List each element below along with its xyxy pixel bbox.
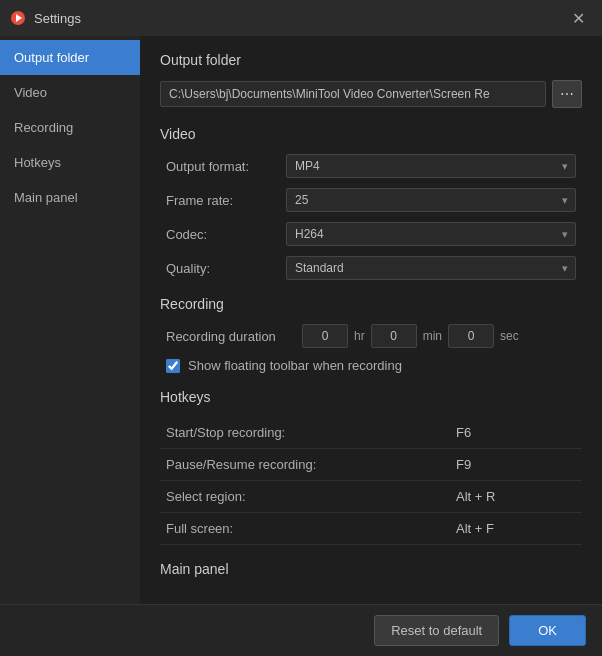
close-button[interactable]: ✕ (564, 4, 592, 32)
output-format-row: Output format: MP4 AVI MKV (160, 154, 582, 178)
toolbar-checkbox-row: Show floating toolbar when recording (160, 358, 582, 373)
frame-rate-select-wrapper: 25 30 60 (286, 188, 576, 212)
reset-button[interactable]: Reset to default (374, 615, 499, 646)
toolbar-checkbox[interactable] (166, 359, 180, 373)
browse-icon: ⋯ (560, 86, 574, 102)
folder-path: C:\Users\bj\Documents\MiniTool Video Con… (160, 81, 546, 107)
content-area: Output folder C:\Users\bj\Documents\Mini… (140, 36, 602, 604)
hotkey-start-stop-row: Start/Stop recording: F6 (160, 417, 582, 449)
duration-hr-input[interactable] (302, 324, 348, 348)
sec-unit: sec (500, 329, 519, 343)
duration-label: Recording duration (166, 329, 296, 344)
recording-section: Recording Recording duration hr min sec … (160, 296, 582, 373)
hotkey-pause-resume-row: Pause/Resume recording: F9 (160, 449, 582, 481)
hotkey-select-region-value: Alt + R (456, 489, 576, 504)
settings-window: Settings ✕ Output folder Video Recording… (0, 0, 602, 656)
recording-section-title: Recording (160, 296, 582, 312)
titlebar: Settings ✕ (0, 0, 602, 36)
frame-rate-select[interactable]: 25 30 60 (286, 188, 576, 212)
quality-select-wrapper: Standard High Ultra (286, 256, 576, 280)
duration-sec-input[interactable] (448, 324, 494, 348)
footer: Reset to default OK (0, 604, 602, 656)
duration-row: Recording duration hr min sec (160, 324, 582, 348)
hotkey-select-region-label: Select region: (166, 489, 456, 504)
video-section: Video Output format: MP4 AVI MKV Frame r… (160, 126, 582, 280)
hr-unit: hr (354, 329, 365, 343)
window-title: Settings (34, 11, 81, 26)
sidebar-item-recording[interactable]: Recording (0, 110, 140, 145)
folder-row: C:\Users\bj\Documents\MiniTool Video Con… (160, 80, 582, 108)
sidebar-item-hotkeys[interactable]: Hotkeys (0, 145, 140, 180)
codec-select[interactable]: H264 H265 (286, 222, 576, 246)
browse-button[interactable]: ⋯ (552, 80, 582, 108)
frame-rate-label: Frame rate: (166, 193, 286, 208)
hotkey-start-stop-value: F6 (456, 425, 576, 440)
sidebar-item-output-folder[interactable]: Output folder (0, 40, 140, 75)
hotkey-full-screen-row: Full screen: Alt + F (160, 513, 582, 545)
hotkeys-section-title: Hotkeys (160, 389, 582, 405)
main-content: Output folder Video Recording Hotkeys Ma… (0, 36, 602, 604)
app-icon (10, 10, 26, 26)
codec-row: Codec: H264 H265 (160, 222, 582, 246)
min-unit: min (423, 329, 442, 343)
hotkey-start-stop-label: Start/Stop recording: (166, 425, 456, 440)
output-format-select[interactable]: MP4 AVI MKV (286, 154, 576, 178)
sidebar-item-video[interactable]: Video (0, 75, 140, 110)
ok-button[interactable]: OK (509, 615, 586, 646)
quality-label: Quality: (166, 261, 286, 276)
output-format-select-wrapper: MP4 AVI MKV (286, 154, 576, 178)
hotkey-full-screen-value: Alt + F (456, 521, 576, 536)
toolbar-checkbox-label: Show floating toolbar when recording (188, 358, 402, 373)
quality-row: Quality: Standard High Ultra (160, 256, 582, 280)
codec-select-wrapper: H264 H265 (286, 222, 576, 246)
titlebar-left: Settings (10, 10, 81, 26)
quality-select[interactable]: Standard High Ultra (286, 256, 576, 280)
hotkeys-section: Hotkeys Start/Stop recording: F6 Pause/R… (160, 389, 582, 545)
output-folder-title: Output folder (160, 52, 582, 68)
hotkey-pause-resume-value: F9 (456, 457, 576, 472)
frame-rate-row: Frame rate: 25 30 60 (160, 188, 582, 212)
hotkey-full-screen-label: Full screen: (166, 521, 456, 536)
duration-min-input[interactable] (371, 324, 417, 348)
video-section-title: Video (160, 126, 582, 142)
main-panel-title: Main panel (160, 561, 582, 577)
hotkey-select-region-row: Select region: Alt + R (160, 481, 582, 513)
codec-label: Codec: (166, 227, 286, 242)
main-panel-section: Main panel (160, 561, 582, 577)
output-format-label: Output format: (166, 159, 286, 174)
hotkey-pause-resume-label: Pause/Resume recording: (166, 457, 456, 472)
sidebar-item-main-panel[interactable]: Main panel (0, 180, 140, 215)
sidebar: Output folder Video Recording Hotkeys Ma… (0, 36, 140, 604)
